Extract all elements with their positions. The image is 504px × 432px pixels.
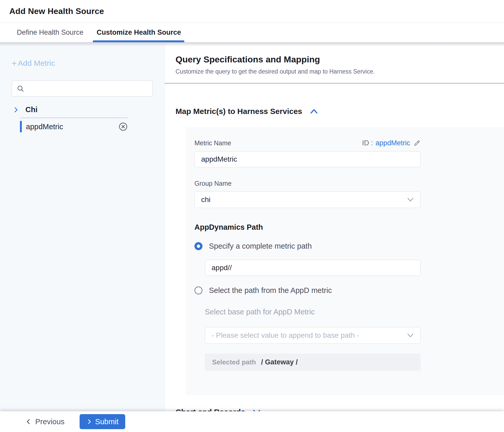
previous-label: Previous — [35, 417, 65, 426]
panel-divider — [165, 83, 504, 84]
tab-define-health-source[interactable]: Define Health Source — [17, 23, 83, 42]
radio-label: Specify a complete metric path — [209, 242, 312, 250]
base-path-select[interactable]: - Please select value to append to base … — [205, 327, 421, 344]
metric-name-label: Metric Name — [194, 139, 231, 147]
sidebar-item-appdmetric[interactable]: appdMetric — [20, 118, 128, 135]
chevron-right-icon — [13, 107, 19, 113]
id-value-link[interactable]: appdMetric — [375, 139, 410, 147]
appdynamics-path-title: AppDynamics Path — [194, 223, 504, 232]
chevron-up-icon — [310, 109, 318, 114]
chevron-down-icon — [253, 409, 261, 411]
metric-search-input[interactable] — [27, 85, 148, 93]
previous-button[interactable]: Previous — [25, 417, 65, 426]
selected-path-label: Selected path — [212, 358, 256, 366]
radio-unselected-icon[interactable] — [194, 286, 202, 294]
chevron-left-icon — [25, 419, 32, 425]
radio-select-appd-path[interactable]: Select the path from the AppD metric — [194, 286, 504, 295]
remove-metric-button[interactable] — [118, 122, 128, 131]
submit-label: Submit — [95, 417, 118, 426]
tab-bar: Define Health Source Customize Health So… — [0, 23, 504, 42]
metrics-sidebar: + Add Metric Chi appdMetric — [0, 42, 165, 411]
submit-button[interactable]: Submit — [80, 414, 125, 429]
group-name-label: Group Name — [194, 180, 504, 187]
chevron-down-icon — [407, 197, 414, 202]
wizard-footer: Previous Submit — [0, 411, 504, 432]
base-path-label: Select base path for AppD Metric — [205, 308, 504, 316]
metric-item-label: appdMetric — [26, 123, 63, 131]
section-map-metrics[interactable]: Map Metric(s) to Harness Services — [176, 107, 504, 116]
id-label: ID : — [362, 139, 373, 147]
radio-selected-icon[interactable] — [194, 242, 202, 250]
radio-complete-metric-path[interactable]: Specify a complete metric path — [194, 242, 504, 250]
selected-path-value: / Gateway / — [261, 358, 298, 366]
metric-name-input[interactable] — [194, 151, 421, 167]
selected-indicator — [20, 121, 22, 132]
group-name-value: chi — [201, 196, 211, 204]
selected-path-strip: Selected path / Gateway / — [205, 354, 421, 371]
tab-customize-health-source[interactable]: Customize Health Source — [97, 23, 181, 42]
panel-subtitle: Customize the query to get the desired o… — [176, 68, 504, 75]
chevron-down-icon — [407, 333, 414, 338]
radio-label: Select the path from the AppD metric — [209, 286, 332, 295]
group-label: Chi — [25, 105, 38, 114]
content-area: + Add Metric Chi appdMetric — [0, 42, 504, 411]
remove-circle-icon — [118, 122, 128, 131]
metric-search — [12, 81, 153, 97]
sidebar-group-chi[interactable]: Chi — [13, 105, 164, 114]
page-title: Add New Health Source — [9, 6, 104, 16]
mapping-form-card: Metric Name ID : appdMetric Group Name c… — [186, 127, 504, 395]
add-metric-label: Add Metric — [18, 59, 55, 68]
metric-path-input[interactable] — [205, 260, 421, 276]
panel-title: Query Specifications and Mapping — [176, 54, 504, 64]
section-title: Chart and Records — [176, 408, 245, 411]
chevron-right-icon — [86, 419, 92, 424]
add-metric-button[interactable]: + Add Metric — [12, 59, 55, 68]
query-spec-panel: Query Specifications and Mapping Customi… — [165, 42, 504, 411]
section-chart-and-records[interactable]: Chart and Records — [176, 408, 504, 411]
metric-id-row: ID : appdMetric — [362, 139, 421, 147]
dialog-header: Add New Health Source — [0, 0, 504, 23]
edit-pencil-icon[interactable] — [413, 140, 421, 147]
plus-icon: + — [12, 59, 17, 68]
group-name-select[interactable]: chi — [194, 191, 421, 208]
base-path-placeholder: - Please select value to append to base … — [212, 331, 359, 340]
search-icon — [17, 85, 24, 92]
section-title: Map Metric(s) to Harness Services — [176, 107, 302, 116]
